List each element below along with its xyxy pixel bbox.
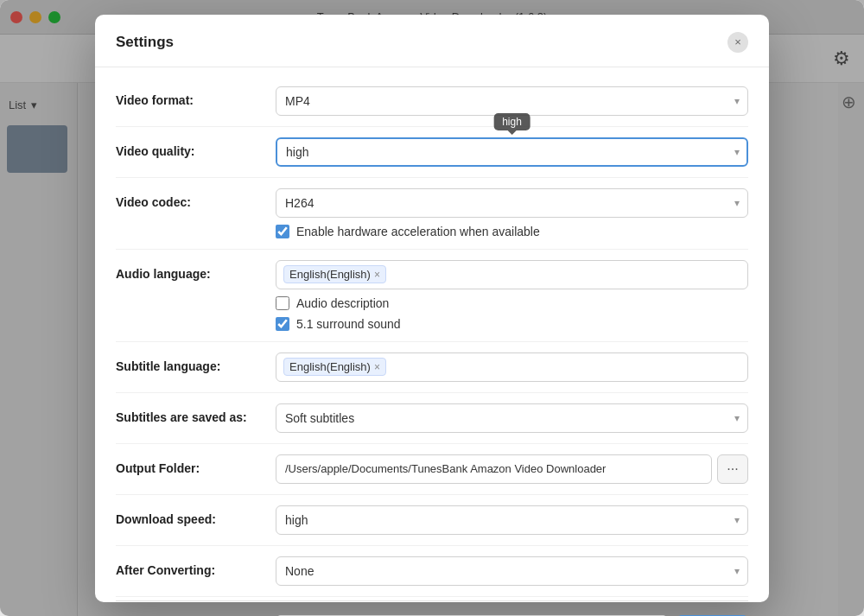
download-speed-select-wrapper: high ▾: [276, 505, 748, 535]
output-folder-label: Output Folder:: [116, 454, 276, 475]
video-codec-select[interactable]: H264: [276, 188, 748, 218]
section-divider: [116, 600, 748, 601]
browse-button[interactable]: ···: [717, 454, 748, 484]
video-codec-label: Video codec:: [116, 188, 276, 209]
output-folder-path-row: ···: [276, 454, 748, 484]
modal-overlay: Settings × Video format: MP4 ▾ Vi: [0, 0, 864, 616]
settings-dialog: Settings × Video format: MP4 ▾ Vi: [95, 15, 769, 602]
surround-sound-label: 5.1 surround sound: [296, 317, 401, 331]
video-codec-control: H264 ▾ Enable hardware acceleration when…: [276, 188, 748, 238]
remove-audio-language-button[interactable]: ×: [374, 269, 380, 281]
audio-language-row: Audio language: English(English) × Audio…: [116, 250, 748, 342]
hw-accel-row: Enable hardware acceleration when availa…: [276, 225, 748, 238]
video-codec-select-wrapper: H264 ▾: [276, 188, 748, 218]
surround-sound-checkbox[interactable]: [276, 317, 289, 331]
hw-accel-label: Enable hardware acceleration when availa…: [296, 225, 540, 238]
dialog-title: Settings: [116, 34, 174, 51]
output-folder-input[interactable]: [276, 454, 712, 484]
subtitle-language-control: English(English) ×: [276, 352, 748, 382]
download-speed-row: Download speed: high ▾: [116, 495, 748, 546]
subtitles-saved-row: Subtitles are saved as: Soft subtitles ▾: [116, 393, 748, 444]
download-speed-label: Download speed:: [116, 505, 276, 526]
download-speed-control: high ▾: [276, 505, 748, 535]
video-format-control: MP4 ▾: [276, 86, 748, 116]
subtitle-language-label: Subtitle language:: [116, 352, 276, 373]
video-codec-row: Video codec: H264 ▾ Enable hardware acce…: [116, 178, 748, 250]
current-user-row: Current user: Sign out: [116, 605, 748, 617]
after-converting-select[interactable]: None: [276, 556, 748, 586]
subtitles-saved-label: Subtitles are saved as:: [116, 403, 276, 424]
after-converting-control: None ▾: [276, 556, 748, 586]
subtitle-language-row: Subtitle language: English(English) ×: [116, 342, 748, 393]
video-format-select[interactable]: MP4: [276, 86, 748, 116]
audio-language-label: Audio language:: [116, 260, 276, 281]
video-quality-control: high ▾ high: [276, 137, 748, 167]
video-quality-row: Video quality: high ▾ high: [116, 127, 748, 178]
subtitle-language-tag: English(English) ×: [283, 358, 386, 376]
output-folder-control: ···: [276, 454, 748, 484]
audio-desc-checkbox[interactable]: [276, 296, 289, 310]
surround-sound-row: 5.1 surround sound: [276, 317, 748, 331]
audio-desc-label: Audio description: [296, 296, 389, 310]
audio-language-control: English(English) × Audio description 5.1…: [276, 260, 748, 331]
dialog-body: Video format: MP4 ▾ Video quality:: [95, 67, 769, 617]
output-folder-row: Output Folder: ···: [116, 444, 748, 495]
after-converting-select-wrapper: None ▾: [276, 556, 748, 586]
remove-subtitle-language-button[interactable]: ×: [374, 361, 380, 373]
subtitles-saved-select-wrapper: Soft subtitles ▾: [276, 403, 748, 433]
video-format-row: Video format: MP4 ▾: [116, 76, 748, 127]
download-speed-select[interactable]: high: [276, 505, 748, 535]
video-quality-select-wrapper: high ▾ high: [276, 137, 748, 167]
video-quality-select[interactable]: high: [276, 137, 748, 167]
audio-desc-row: Audio description: [276, 296, 748, 310]
audio-language-tag: English(English) ×: [283, 265, 386, 283]
dialog-header: Settings ×: [95, 15, 769, 67]
video-format-select-wrapper: MP4 ▾: [276, 86, 748, 116]
video-quality-label: Video quality:: [116, 137, 276, 158]
after-converting-label: After Converting:: [116, 556, 276, 577]
subtitles-saved-select[interactable]: Soft subtitles: [276, 403, 748, 433]
after-converting-row: After Converting: None ▾: [116, 546, 748, 597]
subtitles-saved-control: Soft subtitles ▾: [276, 403, 748, 433]
video-format-label: Video format:: [116, 86, 276, 107]
hw-accel-checkbox[interactable]: [276, 225, 289, 238]
close-button[interactable]: ×: [727, 32, 748, 53]
audio-language-tags[interactable]: English(English) ×: [276, 260, 748, 289]
subtitle-language-tags[interactable]: English(English) ×: [276, 352, 748, 382]
